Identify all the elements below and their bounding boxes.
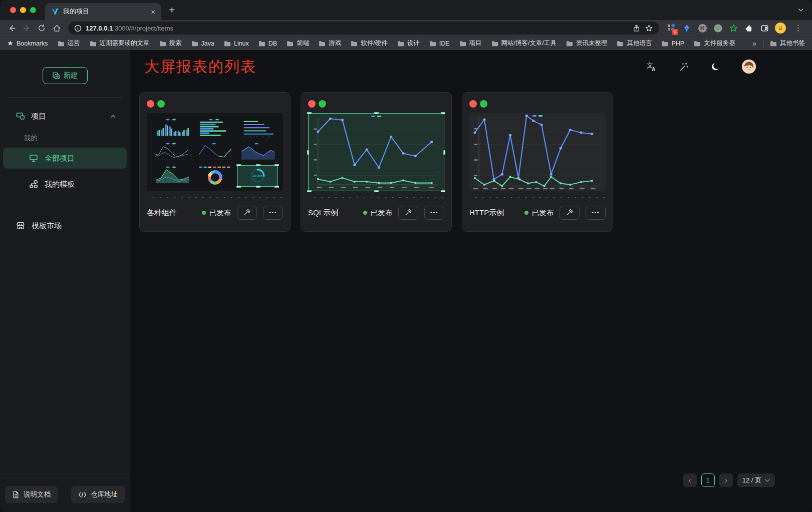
- grid-extension-icon[interactable]: 9: [666, 23, 676, 33]
- bookmark-folder[interactable]: Java: [191, 40, 214, 47]
- bookmark-folder[interactable]: Linux: [224, 40, 249, 47]
- bookmark-folder[interactable]: 近期需要读的文章: [90, 39, 150, 48]
- command-extension-icon[interactable]: ⌘: [697, 23, 707, 33]
- back-button[interactable]: [4, 22, 19, 35]
- close-window-button[interactable]: [10, 7, 16, 13]
- reload-button[interactable]: [34, 22, 49, 35]
- folder-icon: [429, 41, 436, 47]
- url-host: 127.0.0.1: [86, 25, 113, 32]
- card-footer: HTTP示例 已发布 •••: [469, 206, 606, 220]
- bookmark-folder[interactable]: 运营: [58, 39, 80, 48]
- mini-progress-lines-chart: [237, 118, 278, 139]
- bookmarks-overflow-chevron[interactable]: »: [752, 40, 756, 48]
- dark-mode-moon-icon[interactable]: [710, 61, 721, 72]
- folder-icon: [566, 41, 573, 47]
- sidebar-section-project[interactable]: 项目: [0, 107, 130, 126]
- bookmark-folder[interactable]: 设计: [397, 39, 420, 48]
- bookmarks-divider: [763, 40, 763, 48]
- edit-hammer-button[interactable]: [560, 206, 580, 220]
- bookmark-folder[interactable]: 项目: [459, 39, 482, 48]
- bookmark-folder[interactable]: 文件服务器: [694, 39, 735, 48]
- mini-ring-progress-selected[interactable]: 25.00%: [237, 165, 278, 187]
- project-card-sql[interactable]: SQL示例 已发布 •••: [301, 92, 452, 232]
- sidebar-toggle-icon[interactable]: [759, 23, 769, 33]
- tab-search-chevron-icon[interactable]: [798, 8, 804, 12]
- selection-handle: [441, 190, 445, 192]
- user-avatar[interactable]: [742, 60, 756, 74]
- edit-hammer-button[interactable]: [237, 206, 257, 220]
- card-name: 各种组件: [147, 208, 177, 218]
- card-preview-selected-chart[interactable]: [308, 113, 444, 191]
- green-star-extension-icon[interactable]: [728, 23, 738, 33]
- browser-tab[interactable]: 我的项目 ×: [45, 3, 161, 20]
- tab-close-icon[interactable]: ×: [151, 8, 155, 16]
- profile-avatar-smiley[interactable]: [775, 23, 786, 34]
- share-icon[interactable]: [632, 24, 641, 33]
- puzzle-extension-icon[interactable]: [744, 23, 754, 33]
- status-label: 已发布: [371, 208, 393, 218]
- sidebar-item-template-market[interactable]: 模板市场: [3, 215, 127, 236]
- minimize-window-button[interactable]: [20, 7, 26, 13]
- docs-button-label: 说明文档: [24, 490, 51, 499]
- forward-button[interactable]: [19, 22, 34, 35]
- selection-handle: [307, 150, 309, 155]
- card-preview-chart[interactable]: [469, 113, 606, 191]
- magic-wand-icon[interactable]: [678, 61, 689, 72]
- chart-legend: [532, 115, 543, 117]
- bookmark-folder[interactable]: 游戏: [319, 39, 341, 48]
- new-project-button[interactable]: 新建: [43, 67, 88, 84]
- url-text: 127.0.0.1:3000/#/project/items: [86, 25, 173, 32]
- bookmark-folder[interactable]: 网站/博客/文章/工具: [491, 39, 557, 48]
- star-icon: [7, 40, 14, 47]
- folder-icon: [617, 41, 624, 47]
- bookmark-folder-label: Linux: [234, 40, 249, 47]
- home-button[interactable]: [49, 22, 64, 35]
- svg-text:A: A: [652, 67, 655, 72]
- bookmark-folder[interactable]: 前端: [287, 39, 309, 48]
- folder-icon: [491, 41, 498, 47]
- edit-hammer-button[interactable]: [398, 206, 418, 220]
- project-card-http[interactable]: HTTP示例 已发布 •••: [462, 92, 613, 232]
- bookmark-folder[interactable]: DB: [258, 40, 277, 47]
- page-size-select[interactable]: 12 / 页: [737, 473, 775, 487]
- legend-dash-green: [377, 116, 381, 117]
- card-status: 已发布: [363, 208, 393, 218]
- card-preview-grid[interactable]: 25.00%: [147, 113, 283, 191]
- more-actions-button[interactable]: •••: [263, 206, 283, 220]
- tab-title: 我的项目: [63, 7, 147, 16]
- tab-strip: 我的项目 × +: [0, 0, 812, 20]
- next-page-button[interactable]: ›: [719, 473, 733, 487]
- bookmark-folder[interactable]: 资讯未整理: [566, 39, 608, 48]
- bookmarks-root[interactable]: Bookmarks: [7, 40, 48, 47]
- docs-button[interactable]: 说明文档: [5, 486, 58, 503]
- current-page-button[interactable]: 1: [701, 473, 715, 487]
- bookmark-folder[interactable]: 搜索: [159, 39, 182, 48]
- repo-button[interactable]: 仓库地址: [71, 486, 125, 503]
- bookmark-folder[interactable]: PHP: [661, 40, 684, 47]
- sidebar-item-my-templates[interactable]: 我的模板: [3, 174, 127, 195]
- project-card-components[interactable]: 25.00% 各种组件 已发布 •••: [139, 92, 291, 232]
- prev-page-button[interactable]: ‹: [683, 473, 697, 487]
- bookmark-folder[interactable]: IDE: [429, 40, 450, 47]
- url-bar[interactable]: 127.0.0.1:3000/#/project/items: [68, 22, 659, 35]
- sidebar-item-all-projects[interactable]: 全部项目: [3, 148, 127, 169]
- new-tab-button[interactable]: +: [164, 3, 179, 18]
- more-actions-button[interactable]: •••: [424, 206, 444, 220]
- record-extension-icon[interactable]: [713, 23, 723, 33]
- zoom-window-button[interactable]: [30, 7, 36, 13]
- status-label: 已发布: [209, 208, 231, 218]
- site-info-icon[interactable]: [74, 25, 82, 32]
- language-translate-icon[interactable]: 文A: [646, 61, 657, 72]
- sidebar-my-templates-label: 我的模板: [45, 180, 75, 189]
- bookmarks-label: Bookmarks: [17, 40, 48, 47]
- chevron-up-icon[interactable]: [110, 115, 116, 118]
- extension-badge: 9: [672, 29, 678, 35]
- bookmark-folder[interactable]: 其他语言: [617, 39, 652, 48]
- chrome-menu-kebab-icon[interactable]: ⋮: [791, 24, 805, 33]
- bookmark-folder[interactable]: 软件/硬件: [351, 39, 387, 48]
- other-bookmarks-folder[interactable]: 其他书签: [770, 39, 805, 48]
- sidebar: 新建 项目 我的 全部项目: [0, 50, 130, 512]
- bookmark-star-icon[interactable]: [645, 24, 653, 33]
- more-actions-button[interactable]: •••: [586, 206, 606, 220]
- gem-extension-icon[interactable]: [682, 23, 692, 33]
